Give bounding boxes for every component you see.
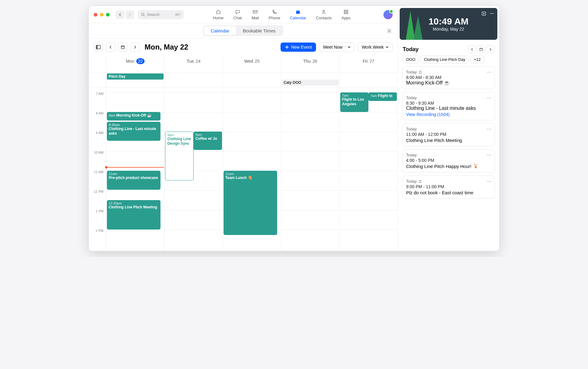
more-icon[interactable] — [489, 11, 494, 16]
day-grid[interactable]: 8am Morning Kick-Off ☕ 8:30am Clothing L… — [106, 88, 398, 251]
apps-icon — [343, 9, 349, 15]
hour-11am: 11 AM — [89, 170, 106, 190]
tab-home[interactable]: Home — [209, 8, 228, 21]
view-recording-link[interactable]: View Recording (1h04) — [406, 112, 491, 117]
segment-calendar[interactable]: Calendar — [204, 26, 236, 35]
search-shortcut: ⌘F — [175, 13, 181, 17]
phone-icon — [272, 9, 277, 15]
hour-7am: 7 AM — [89, 92, 106, 111]
tab-apps-label: Apps — [341, 16, 351, 20]
day-wed[interactable]: Wed25 — [223, 56, 281, 65]
tab-mail[interactable]: Mail — [247, 8, 263, 21]
agenda-card[interactable]: ⋯ Today 4:00 - 5:00 PM Clothing Line Pit… — [402, 149, 495, 173]
event-design-sync[interactable]: 9am Clothing Line Design Sync — [165, 132, 194, 181]
agenda-card[interactable]: ⋯ Today 8:00 AM - 8:30 AM Morning Kick-O… — [402, 66, 495, 89]
meet-now-label: Meet Now — [323, 45, 342, 50]
event-clothing-asks[interactable]: 8:30am Clothing Line - Last minute asks — [107, 122, 160, 141]
chip-ooo[interactable]: OOO — [403, 56, 419, 63]
agenda-header: Today — [398, 42, 499, 56]
today-button[interactable] — [118, 43, 127, 52]
event-flight-la[interactable]: 7am Flight to Los Angeles — [340, 92, 369, 112]
hour-12pm: 12 PM — [89, 190, 106, 209]
back-button[interactable] — [116, 10, 124, 19]
forward-button[interactable] — [126, 10, 134, 19]
card-more[interactable]: ⋯ — [487, 69, 492, 75]
tab-apps[interactable]: Apps — [337, 8, 355, 21]
toggle-sidebar-button[interactable] — [94, 43, 103, 52]
svg-point-9 — [389, 30, 390, 32]
recurring-icon — [418, 70, 422, 74]
svg-rect-6 — [346, 10, 348, 12]
gear-icon — [386, 28, 392, 34]
avatar[interactable] — [383, 10, 393, 19]
event-prepitch[interactable]: 11am Pre-pitch product showcase — [107, 171, 160, 190]
allday-pitch-day[interactable]: Pitch Day — [107, 73, 164, 80]
day-fri[interactable]: Fri27 — [340, 56, 398, 65]
svg-point-15 — [492, 13, 492, 14]
calendar-today-icon — [121, 45, 125, 49]
day-tue[interactable]: Tue24 — [164, 56, 222, 65]
close-window[interactable] — [94, 13, 97, 17]
chat-icon — [235, 9, 240, 15]
svg-point-16 — [493, 13, 494, 14]
agenda-datepicker[interactable] — [477, 45, 485, 53]
tab-chat[interactable]: Chat — [229, 8, 246, 21]
card-more[interactable]: ⋯ — [487, 152, 492, 158]
maximize-window[interactable] — [106, 13, 110, 17]
tab-phone[interactable]: Phone — [264, 8, 285, 21]
now-indicator — [106, 167, 164, 168]
meet-now-button[interactable]: Meet Now — [319, 42, 355, 52]
hour-10am: 10 AM — [89, 151, 106, 170]
next-button[interactable] — [130, 43, 140, 52]
agenda-prev[interactable] — [468, 45, 476, 53]
event-pitch-meeting[interactable]: 12:30pm Clothing Line Pitch Meeting — [107, 200, 160, 229]
window-controls — [94, 13, 110, 17]
card-more[interactable]: ⋯ — [487, 126, 492, 132]
prev-button[interactable] — [106, 43, 115, 52]
contacts-icon — [321, 9, 326, 15]
chip-more[interactable]: +12 — [470, 56, 484, 63]
tab-chat-label: Chat — [233, 16, 242, 20]
card-more[interactable]: ⋯ — [487, 178, 492, 184]
allday-row: Pitch Day Caty OOO — [89, 73, 398, 88]
day-mon[interactable]: Mon22 — [106, 56, 164, 65]
chevron-right-icon — [134, 46, 137, 49]
search-input[interactable]: Search ⌘F — [138, 10, 184, 19]
calendar-icon — [295, 9, 301, 15]
agenda-title: Today — [403, 46, 466, 53]
svg-rect-5 — [344, 10, 346, 12]
event-team-lunch[interactable]: 11am Team Lunch 🍕 — [224, 171, 277, 235]
agenda-card[interactable]: ⋯ Today 8:30 - 9:30 AM Clothing Line - L… — [402, 92, 495, 120]
main-panel: Search ⌘F Home Chat Mail Phone Calen — [89, 6, 398, 251]
calendar-add-icon[interactable] — [481, 11, 486, 16]
event-flight-2[interactable]: 7am Flight to — [368, 92, 397, 101]
event-morning-kickoff[interactable]: 8am Morning Kick-Off ☕ — [107, 112, 160, 121]
new-event-button[interactable]: New Event — [281, 43, 316, 52]
tab-phone-label: Phone — [269, 16, 280, 20]
tab-calendar[interactable]: Calendar — [286, 8, 311, 21]
segment-bookable[interactable]: Bookable Times — [236, 26, 282, 35]
page-title: Mon, May 22 — [145, 43, 188, 51]
view-subbar: Calendar Bookable Times — [89, 23, 398, 39]
agenda-card[interactable]: ⋯ Today 11:00 AM - 12:00 PM Clothing Lin… — [402, 123, 495, 146]
calendar-toolbar: Mon, May 22 New Event Meet Now Work Week — [89, 39, 398, 56]
event-coffee-jo[interactable]: 9am Coffee w/ Jo — [194, 132, 222, 150]
settings-button[interactable] — [386, 28, 392, 34]
hour-9am: 9 AM — [89, 131, 106, 151]
clock-time: 10:49 AM — [428, 16, 469, 27]
view-select[interactable]: Work Week — [358, 42, 393, 52]
chevron-down-icon — [348, 46, 351, 49]
allday-caty-ooo[interactable]: Caty OOO — [282, 80, 338, 86]
main-tabs: Home Chat Mail Phone Calendar Contacts — [209, 8, 355, 21]
agenda-next[interactable] — [486, 45, 494, 53]
tab-contacts[interactable]: Contacts — [312, 8, 336, 21]
tab-home-label: Home — [213, 16, 224, 20]
day-thu[interactable]: Thu26 — [281, 56, 339, 65]
svg-rect-1 — [253, 10, 258, 13]
chip-pitch-day[interactable]: Clothing Line Pitch Day — [420, 56, 469, 63]
agenda-card[interactable]: ⋯ Today 9:00 PM - 11:00 PM Plz do not bo… — [402, 176, 495, 199]
hour-gutter: 7 AM 8 AM 9 AM 10 AM 11 AM 12 PM 1 PM 2 … — [89, 88, 106, 251]
agenda-sidebar: 10:49 AM Monday, May 22 Today OOO Clothi… — [398, 6, 499, 251]
minimize-window[interactable] — [100, 13, 104, 17]
card-more[interactable]: ⋯ — [487, 95, 492, 101]
